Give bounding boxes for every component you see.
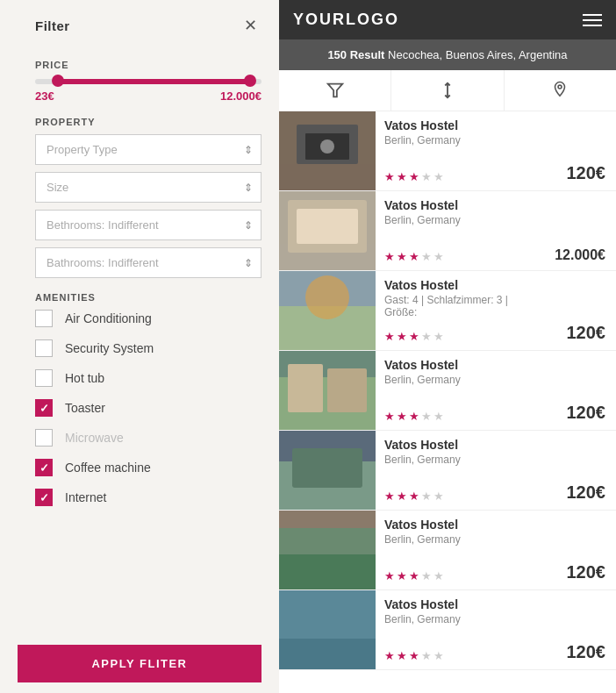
- star-empty: ★: [421, 489, 432, 503]
- property-label: PROPERTY: [35, 117, 261, 127]
- hamburger-line-3: [583, 25, 602, 26]
- price-range-fill: [58, 79, 250, 84]
- star-empty: ★: [421, 170, 432, 183]
- star-filled: ★: [409, 250, 419, 263]
- star-empty: ★: [421, 649, 432, 662]
- thumbnail-image: [279, 431, 376, 510]
- hamburger-line-2: [583, 19, 602, 21]
- thumbnail-image: [279, 590, 376, 669]
- results-panel: YOURLOGO 150 Result Necochea, Buenos Air…: [279, 0, 616, 693]
- thumbnail-image: [279, 511, 376, 589]
- checkbox-coffee-machine[interactable]: [35, 459, 53, 476]
- svg-point-15: [305, 275, 349, 319]
- star-filled: ★: [384, 569, 395, 582]
- price-range-bar[interactable]: [35, 79, 261, 84]
- star-empty: ★: [433, 170, 444, 183]
- listing-thumbnail: [279, 111, 376, 190]
- amenity-microwave[interactable]: Microwave: [35, 429, 261, 447]
- star-filled: ★: [397, 649, 407, 662]
- amenity-security-system[interactable]: Security System: [35, 339, 261, 357]
- bedrooms-select[interactable]: Bethrooms: Indifferent: [35, 210, 261, 240]
- amenity-internet[interactable]: Internet: [35, 489, 261, 506]
- listing-location: Berlin, Germany: [384, 374, 537, 386]
- amenities-label: AMENITIES: [35, 292, 261, 303]
- checkbox-air-conditioning[interactable]: [35, 310, 53, 327]
- star-empty: ★: [433, 250, 444, 263]
- results-location: Necochea, Buenos Aires, Argentina: [388, 48, 568, 61]
- star-filled: ★: [409, 170, 419, 183]
- listing-thumbnail: [279, 431, 376, 510]
- star-filled: ★: [384, 649, 395, 662]
- price-values: 23€ 12.000€: [35, 89, 261, 103]
- checkbox-internet[interactable]: [35, 489, 53, 506]
- filter-icon-button[interactable]: [279, 70, 391, 111]
- logo: YOURLOGO: [293, 11, 399, 29]
- price-label: PRICE: [35, 60, 261, 70]
- amenity-hot-tub[interactable]: Hot tub: [35, 369, 261, 387]
- filter-header: Filter ✕: [0, 0, 279, 46]
- price-value: 120€: [567, 562, 606, 582]
- size-wrapper: Size ⇕: [35, 172, 261, 203]
- star-empty: ★: [433, 330, 444, 343]
- sort-icon: [438, 81, 457, 100]
- star-empty: ★: [433, 649, 444, 662]
- price-thumb-max[interactable]: [244, 75, 256, 87]
- listing-name: Vatos Hostel: [384, 278, 537, 292]
- property-type-select[interactable]: Property Type: [35, 134, 261, 165]
- amenity-coffee-machine[interactable]: Coffee machine: [35, 459, 261, 476]
- star-filled: ★: [409, 569, 419, 582]
- price-min: 23€: [35, 89, 54, 103]
- listing-info: Vatos Hostel Berlin, Germany ★★★★★: [376, 191, 544, 270]
- listing-stars: ★★★★★: [384, 250, 535, 263]
- listing-stars: ★★★★★: [384, 489, 537, 503]
- listing-card[interactable]: Vatos Hostel Berlin, Germany ★★★★★ 120€: [279, 590, 616, 670]
- size-select[interactable]: Size: [35, 172, 261, 203]
- hamburger-line-1: [583, 14, 602, 16]
- property-type-wrapper: Property Type ⇕: [35, 134, 261, 165]
- listing-location: Berlin, Germany: [384, 533, 537, 546]
- star-filled: ★: [397, 410, 407, 423]
- map-icon-button[interactable]: [505, 70, 616, 111]
- amenity-label-air-conditioning: Air Conditioning: [65, 311, 152, 325]
- listing-card[interactable]: Vatos Hostel Gast: 4 | Schlafzimmer: 3 |…: [279, 271, 616, 351]
- amenity-air-conditioning[interactable]: Air Conditioning: [35, 310, 261, 327]
- listings-container: Vatos Hostel Berlin, Germany ★★★★★ 120€: [279, 111, 616, 693]
- star-empty: ★: [421, 330, 432, 343]
- listing-card[interactable]: Vatos Hostel Berlin, Germany ★★★★★ 120€: [279, 511, 616, 590]
- filter-panel: Filter ✕ PRICE 23€ 12.000€ PROPERTY Prop…: [0, 0, 279, 693]
- bedrooms-wrapper: Bethrooms: Indifferent ⇕: [35, 210, 261, 240]
- listing-info: Vatos Hostel Berlin, Germany ★★★★★: [376, 511, 546, 589]
- listing-stars: ★★★★★: [384, 410, 537, 423]
- listing-name: Vatos Hostel: [384, 518, 537, 532]
- star-filled: ★: [384, 170, 395, 183]
- listing-card[interactable]: Vatos Hostel Berlin, Germany ★★★★★ 120€: [279, 431, 616, 511]
- listing-location: Berlin, Germany: [384, 214, 535, 226]
- listing-location: Berlin, Germany: [384, 454, 537, 466]
- checkbox-security-system[interactable]: [35, 339, 53, 357]
- star-filled: ★: [397, 330, 407, 343]
- star-filled: ★: [409, 330, 419, 343]
- star-empty: ★: [421, 410, 432, 423]
- amenity-toaster[interactable]: Toaster: [35, 399, 261, 417]
- apply-filter-button[interactable]: APPLY FLITER: [18, 645, 261, 682]
- close-button[interactable]: ✕: [240, 14, 261, 37]
- listing-price: 12.000€: [544, 191, 616, 270]
- star-empty: ★: [421, 569, 432, 582]
- star-empty: ★: [433, 410, 444, 423]
- hamburger-menu[interactable]: [583, 14, 602, 26]
- listing-card[interactable]: Vatos Hostel Berlin, Germany ★★★★★ 12.00…: [279, 191, 616, 271]
- sort-icon-button[interactable]: [391, 70, 504, 111]
- listing-card[interactable]: Vatos Hostel Berlin, Germany ★★★★★ 120€: [279, 111, 616, 191]
- amenity-label-internet: Internet: [65, 490, 106, 504]
- checkbox-hot-tub[interactable]: [35, 369, 53, 387]
- svg-rect-11: [297, 209, 358, 244]
- thumbnail-image: [279, 111, 376, 190]
- star-empty: ★: [421, 250, 432, 263]
- checkbox-microwave[interactable]: [35, 429, 53, 447]
- listing-card[interactable]: Vatos Hostel Berlin, Germany ★★★★★ 120€: [279, 351, 616, 431]
- listing-stars: ★★★★★: [384, 330, 537, 343]
- checkbox-toaster[interactable]: [35, 399, 53, 417]
- bathrooms-select[interactable]: Bathrooms: Indifferent: [35, 247, 261, 278]
- price-thumb-min[interactable]: [52, 75, 64, 87]
- listing-thumbnail: [279, 351, 376, 430]
